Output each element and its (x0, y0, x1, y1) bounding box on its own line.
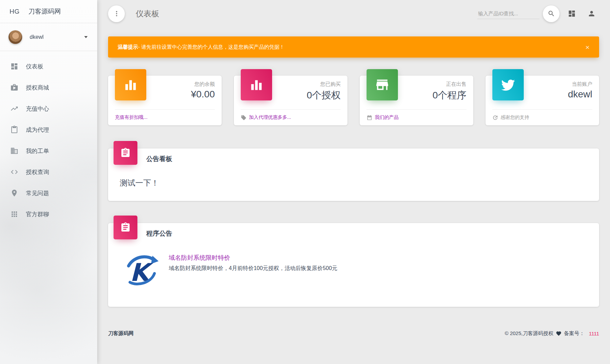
update-clock-icon (492, 115, 498, 121)
brand-header: HG 刀客源码网 (0, 0, 97, 23)
program-item-description: 域名防封系统限时特价，4月前特价100元授权，活动后恢复原价500元 (169, 265, 337, 272)
program-announcement-card: 程序公告 K 域名防封系统限时特价 域名防封系统限时特价，4月前特价100元授权… (108, 223, 599, 307)
stat-value: dkewl (568, 89, 592, 100)
notice-title: 温馨提示 (118, 44, 138, 50)
sidebar-item-label: 授权商城 (26, 84, 49, 92)
map-pin-icon (10, 189, 18, 197)
twitter-icon (492, 69, 524, 100)
product-logo: K (124, 253, 159, 287)
sidebar-item-label: 授权查询 (26, 168, 49, 176)
recharge-discount-link[interactable]: 充值有折扣哦... (115, 114, 148, 121)
footer: 刀客源码网 © 2025,刀客源码授权 备案号： 1111 (108, 326, 599, 341)
brand-name[interactable]: 刀客源码网 (29, 7, 61, 16)
selling-card: 正在出售 0个程序 我们的产品 (360, 76, 473, 125)
our-products-link[interactable]: 我们的产品 (375, 114, 399, 121)
program-title: 程序公告 (146, 229, 172, 238)
notice-banner: 温馨提示 - 请先前往设置中心完善您的个人信息，这是您购买产品的凭据！ × (108, 36, 599, 58)
tag-icon (241, 115, 247, 121)
store-icon (367, 69, 398, 100)
join-agent-link[interactable]: 加入代理优惠多多... (249, 114, 291, 121)
dashboard-icon (10, 62, 18, 70)
account-button[interactable] (584, 6, 599, 21)
person-icon (587, 10, 596, 18)
sidebar-menu: 仪表板 授权商城 充值中心 成为代理 我的工单 (0, 51, 97, 225)
announcement-board-card: 公告看板 测试一下！ (108, 148, 599, 201)
sidebar-item-label: 我的工单 (26, 147, 49, 155)
stat-category: 您已购买 (307, 81, 341, 88)
calendar-icon (367, 115, 372, 121)
clipboard-icon (10, 126, 18, 134)
stat-value: 0个程序 (432, 89, 466, 102)
search-icon (548, 10, 555, 17)
clipboard-notes-icon (114, 141, 137, 165)
close-icon[interactable]: × (585, 44, 590, 51)
code-icon (10, 168, 18, 176)
brand-mini-logo[interactable]: HG (10, 8, 20, 15)
stat-category: 您的余额 (191, 81, 215, 88)
sidebar-item-group-chat[interactable]: 官方群聊 (0, 204, 97, 225)
board-title: 公告看板 (146, 155, 172, 163)
purchased-card: 您已购买 0个授权 加入代理优惠多多... (234, 76, 347, 125)
building-icon (10, 147, 18, 155)
sidebar-item-license-query[interactable]: 授权查询 (0, 161, 97, 183)
search-button[interactable] (543, 5, 560, 22)
sidebar-item-label: 仪表板 (26, 63, 43, 70)
kebab-menu-icon (113, 10, 120, 17)
topbar: 仪表板 (108, 0, 599, 27)
clipboard-notes-icon (114, 216, 137, 239)
shop-icon (10, 83, 18, 92)
sidebar-item-faq[interactable]: 常见问题 (0, 183, 97, 204)
sidebar: HG 刀客源码网 dkewl 仪表板 授权商城 充值中心 (0, 0, 97, 364)
balance-card: 您的余额 ¥0.00 充值有折扣哦... (108, 76, 222, 125)
main-content: 仪表板 温馨提示 - 请先前往设置中心完善您的个人信息，这是您购买产品的凭据 (97, 0, 610, 341)
stat-category: 正在出售 (432, 81, 466, 88)
sidebar-item-label: 充值中心 (26, 105, 49, 113)
stats-row: 您的余额 ¥0.00 充值有折扣哦... 您已购买 0个授权 (108, 76, 599, 125)
sidebar-item-recharge[interactable]: 充值中心 (0, 98, 97, 119)
chevron-down-icon (84, 36, 88, 38)
notice-message: - 请先前往设置中心完善您的个人信息，这是您购买产品的凭据！ (138, 44, 284, 50)
bar-chart-icon (115, 69, 146, 100)
footer-copyright: © 2025,刀客源码授权 (505, 330, 553, 337)
beian-number-link[interactable]: 1111 (589, 331, 599, 336)
search-input[interactable] (477, 8, 539, 19)
sidebar-item-agent[interactable]: 成为代理 (0, 119, 97, 140)
page-title: 仪表板 (136, 9, 159, 19)
sidebar-item-dashboard[interactable]: 仪表板 (0, 56, 97, 77)
board-content: 测试一下！ (114, 165, 592, 192)
footer-beian-label: 备案号： (564, 330, 584, 337)
stat-value: ¥0.00 (191, 89, 215, 100)
account-card: 当前账户 dkewl 感谢您的支持 (486, 76, 599, 125)
footer-brand: 刀客源码网 (108, 330, 134, 337)
sidebar-item-label: 官方群聊 (26, 210, 49, 218)
sidebar-item-label: 成为代理 (26, 126, 49, 134)
bar-chart-icon (241, 69, 272, 100)
user-name: dkewl (30, 34, 44, 40)
stat-category: 当前账户 (568, 81, 592, 88)
thanks-support-link[interactable]: 感谢您的支持 (501, 114, 529, 121)
topbar-actions (477, 5, 599, 22)
sidebar-item-tickets[interactable]: 我的工单 (0, 140, 97, 161)
dashboard-icon (568, 10, 576, 18)
apps-grid-icon (10, 210, 18, 218)
program-item: K 域名防封系统限时特价 域名防封系统限时特价，4月前特价100元授权，活动后恢… (114, 253, 592, 287)
dashboard-shortcut-button[interactable] (564, 6, 579, 21)
sidebar-toggle-button[interactable] (108, 5, 125, 22)
sidebar-item-label: 常见问题 (26, 189, 49, 197)
heart-icon (556, 331, 562, 336)
trending-up-icon (10, 105, 18, 113)
user-menu[interactable]: dkewl (0, 23, 97, 51)
program-item-title-link[interactable]: 域名防封系统限时特价 (169, 254, 230, 262)
avatar[interactable] (9, 30, 22, 44)
stat-value: 0个授权 (307, 89, 341, 102)
sidebar-item-shop[interactable]: 授权商城 (0, 77, 97, 98)
